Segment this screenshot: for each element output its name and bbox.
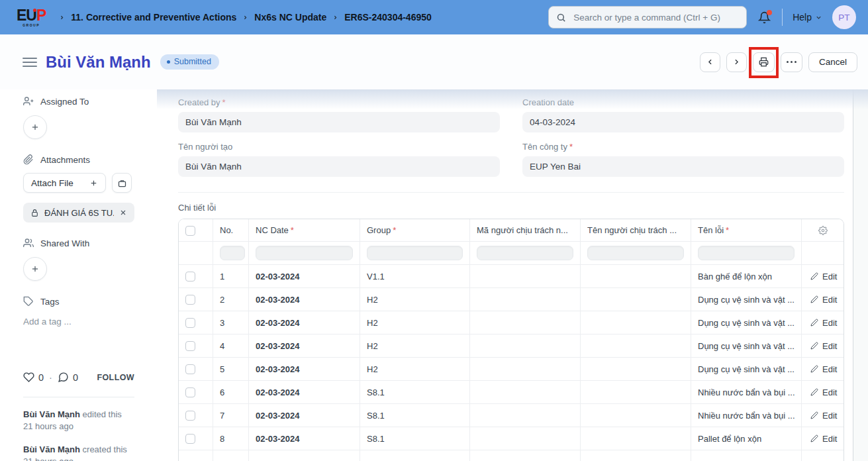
attachment-library-button[interactable]: [112, 173, 132, 193]
field-label: Tên người tạo: [178, 142, 232, 152]
table-row: 7 02-03-2024 S8.1 Nhiều nước bẩn và bụi …: [179, 404, 844, 427]
filter-input-group[interactable]: [367, 246, 463, 260]
logo-dot: [33, 9, 36, 12]
logo-text-accent: P: [36, 8, 46, 23]
status-badge: Submitted: [160, 54, 219, 70]
row-checkbox[interactable]: [185, 387, 195, 397]
print-button[interactable]: [753, 52, 775, 72]
chevron-right-icon: [242, 13, 248, 22]
error-name-cell: Nhiều nước bẩn và bụi ...: [691, 381, 802, 404]
resp-code-cell: [470, 381, 581, 404]
row-number: 2: [213, 288, 249, 311]
pencil-icon: [810, 272, 818, 280]
comment-icon[interactable]: [58, 372, 69, 383]
paperclip-icon: [23, 154, 34, 165]
error-name-cell: Bàn ghế để lộn xộn: [691, 265, 802, 288]
add-assignment-button[interactable]: [23, 115, 47, 139]
nc-date-cell: 02-03-2024: [249, 404, 360, 427]
add-tag-input[interactable]: Add a tag ...: [23, 317, 134, 327]
scrollbar-track[interactable]: [853, 89, 868, 461]
row-checkbox[interactable]: [185, 295, 195, 305]
row-number: 7: [213, 404, 249, 427]
edit-row-button[interactable]: Edit: [808, 387, 837, 397]
field-value-creation-date[interactable]: 04-03-2024: [522, 112, 844, 132]
breadcrumb-item[interactable]: ER6S-240304-46950: [344, 12, 432, 23]
table-row: 4 02-03-2024 H2 Dụng cụ vệ sinh và vật .…: [179, 334, 844, 358]
edit-row-button[interactable]: Edit: [808, 295, 837, 305]
attachment-item[interactable]: ĐÁNH GIÁ 6S TU.: [23, 203, 134, 223]
avatar[interactable]: PT: [832, 5, 856, 29]
row-checkbox[interactable]: [185, 411, 195, 421]
filter-input-resp-name[interactable]: [587, 246, 684, 260]
edit-row-button[interactable]: Edit: [808, 318, 837, 328]
comments-count: 0: [73, 372, 78, 383]
dot-separator: [49, 372, 52, 383]
row-checkbox[interactable]: [185, 364, 195, 374]
form-sidebar: Assigned To Attachments Attach File ĐÁNH…: [0, 89, 157, 461]
user-plus-icon: [23, 96, 34, 107]
avatar-initials: PT: [838, 13, 849, 23]
sidebar-divider: [23, 397, 134, 397]
field-label: Creation date: [522, 97, 574, 107]
follow-button[interactable]: FOLLOW: [97, 373, 134, 382]
edit-row-button[interactable]: Edit: [808, 364, 837, 374]
row-number: 5: [213, 358, 249, 381]
activity-time: 21 hours ago: [23, 421, 73, 431]
cancel-button[interactable]: Cancel: [808, 52, 857, 72]
gear-icon[interactable]: [818, 226, 828, 235]
nc-date-cell: 02-03-2024: [249, 334, 360, 358]
prev-record-button[interactable]: [700, 52, 720, 72]
filter-input-nc-date[interactable]: [256, 246, 353, 260]
activity-entry: Bùi Văn Mạnh edited this 21 hours ago: [23, 409, 134, 433]
edit-row-button[interactable]: Edit: [808, 411, 837, 421]
help-menu[interactable]: Help: [793, 12, 822, 23]
activity-user: Bùi Văn Mạnh: [23, 444, 80, 454]
resp-code-cell: [470, 311, 581, 334]
page-title: Bùi Văn Mạnh: [46, 53, 151, 72]
filter-input-error-name[interactable]: [698, 246, 795, 260]
field-value-ten-nguoi-tao[interactable]: Bùi Văn Mạnh: [178, 156, 500, 177]
row-checkbox[interactable]: [185, 434, 195, 444]
notifications-button[interactable]: [757, 10, 772, 25]
plus-icon: [89, 179, 98, 187]
heart-icon[interactable]: [23, 372, 34, 383]
breadcrumb-item[interactable]: Nx6s NC Update: [254, 12, 326, 23]
breadcrumb-item[interactable]: 11. Corrective and Preventive Actions: [71, 12, 236, 23]
table-row: 2 02-03-2024 H2 Dụng cụ vệ sinh và vật .…: [179, 288, 844, 311]
remove-attachment-icon[interactable]: [119, 209, 127, 217]
attachments-section: Attachments: [23, 154, 134, 165]
pencil-icon: [810, 319, 818, 327]
filter-input-resp-code[interactable]: [477, 246, 573, 260]
next-record-button[interactable]: [726, 52, 747, 72]
row-checkbox[interactable]: [185, 341, 195, 351]
assigned-to-label: Assigned To: [40, 97, 89, 107]
column-header-no: No.: [220, 225, 233, 235]
column-header-error-name: Tên lỗi: [698, 225, 724, 235]
error-name-cell: Nhiều nước bẩn và bụi ...: [691, 404, 802, 427]
users-icon: [23, 238, 34, 248]
nc-date-cell: 02-03-2024: [249, 381, 360, 404]
add-share-button[interactable]: [23, 257, 47, 281]
row-checkbox[interactable]: [185, 272, 195, 282]
edit-row-button[interactable]: Edit: [808, 272, 837, 282]
field-value-created-by[interactable]: Bùi Văn Mạnh: [178, 112, 500, 132]
more-actions-button[interactable]: [781, 52, 802, 72]
app-logo[interactable]: EU P GROUP: [17, 8, 46, 27]
lock-icon: [30, 209, 39, 217]
edit-row-button[interactable]: Edit: [808, 434, 837, 444]
field-value-ten-cong-ty[interactable]: EUP Yen Bai: [522, 156, 844, 177]
select-all-checkbox[interactable]: [185, 226, 195, 236]
row-checkbox[interactable]: [185, 318, 195, 328]
field-ten-nguoi-tao: Tên người tạo Bùi Văn Mạnh: [178, 142, 500, 177]
attach-file-button[interactable]: Attach File: [23, 173, 106, 193]
search-input[interactable]: [572, 12, 739, 23]
edit-row-button[interactable]: Edit: [808, 341, 837, 351]
search-bar[interactable]: [548, 6, 747, 28]
activity-action: created this: [80, 444, 127, 454]
sidebar-toggle-icon[interactable]: [23, 56, 37, 68]
resp-name-cell: [581, 265, 691, 288]
resp-name-cell: [581, 404, 691, 427]
row-number: 1: [213, 265, 249, 288]
attach-file-label: Attach File: [31, 178, 73, 188]
filter-input-no[interactable]: [220, 246, 245, 260]
